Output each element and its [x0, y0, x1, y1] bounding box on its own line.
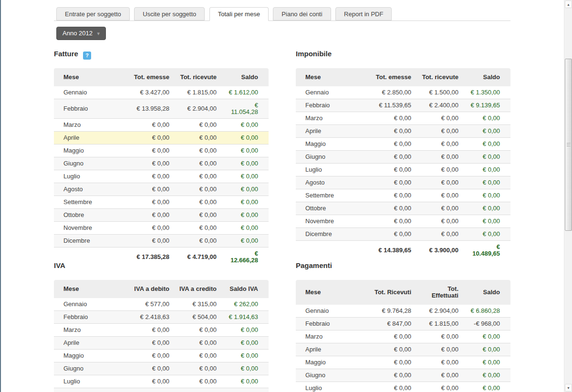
vertical-scrollbar[interactable]: ▲ ▼	[564, 0, 572, 392]
column-header: Saldo	[463, 68, 510, 86]
value-cell: € 0,00	[416, 228, 463, 241]
table-row[interactable]: Aprile€ 0,00€ 0,00€ 0,00	[54, 132, 269, 144]
table-row[interactable]: Settembre€ 0,00€ 0,00€ 0,00	[296, 189, 510, 202]
month-cell: Maggio	[296, 356, 369, 369]
column-header: Tot. Effettuati	[416, 280, 463, 305]
table-row[interactable]: Maggio€ 0,00€ 0,00€ 0,00	[54, 350, 269, 362]
tab-uscite-per-soggetto[interactable]: Uscite per soggetto	[134, 7, 205, 21]
value-cell: € 0,00	[127, 119, 174, 132]
table-row[interactable]: Maggio€ 0,00€ 0,00€ 0,00	[296, 138, 510, 151]
section-title-pagamenti: Pagamenti	[296, 261, 510, 270]
month-cell: Giugno	[296, 369, 369, 382]
saldo-cell: € 0,00	[221, 183, 269, 196]
saldo-cell: € 0,00	[221, 222, 269, 235]
table-row[interactable]: Gennaio€ 3.427,00€ 1.815,00€ 1.612,00	[54, 86, 269, 99]
column-header: Mese	[54, 280, 127, 298]
table-row[interactable]: Agosto€ 0,00€ 0,00€ 0,00	[296, 176, 510, 189]
table-row[interactable]: Gennaio€ 2.850,00€ 1.500,00€ 1.350,00	[296, 86, 510, 99]
table-row[interactable]: Dicembre€ 0,00€ 0,00€ 0,00	[54, 235, 269, 248]
value-cell: € 0,00	[369, 369, 416, 382]
month-cell: Gennaio	[296, 305, 369, 318]
month-cell: Luglio	[296, 382, 369, 392]
month-cell: Luglio	[54, 170, 127, 183]
year-selector-label: Anno 2012	[62, 30, 93, 37]
help-icon[interactable]: ?	[83, 52, 91, 60]
month-cell: Gennaio	[54, 298, 127, 311]
month-cell: Gennaio	[296, 86, 369, 99]
table-row[interactable]: Marzo€ 0,00€ 0,00€ 0,00	[296, 330, 510, 343]
table-row[interactable]: Aprile€ 0,00€ 0,00€ 0,00	[54, 337, 269, 350]
table-row[interactable]: Giugno€ 0,00€ 0,00€ 0,00	[296, 151, 510, 164]
value-cell: € 0,00	[416, 189, 463, 202]
table-row[interactable]: Ottobre€ 0,00€ 0,00€ 0,00	[296, 202, 510, 215]
table-row[interactable]: Gennaio€ 577,00€ 315,00€ 262,00	[54, 298, 269, 311]
tab-report-in-pdf[interactable]: Report in PDF	[335, 7, 392, 21]
table-row[interactable]: Dicembre€ 0,00€ 0,00€ 0,00	[296, 228, 510, 241]
month-cell: Novembre	[54, 222, 127, 235]
column-header: Tot. ricevute	[174, 68, 221, 86]
table-row[interactable]: Novembre€ 0,00€ 0,00€ 0,00	[54, 222, 269, 235]
table-row[interactable]: Novembre€ 0,00€ 0,00€ 0,00	[296, 215, 510, 228]
saldo-cell: € 0,00	[463, 125, 510, 138]
table-row[interactable]: Gennaio€ 9.764,28€ 2.904,00€ 6.860,28	[296, 305, 510, 318]
value-cell: € 0,00	[416, 125, 463, 138]
scrollbar-thumb[interactable]	[565, 59, 572, 231]
section-title-iva: IVA	[54, 261, 269, 270]
fatture-table: MeseTot. emesseTot. ricevuteSaldoGennaio…	[54, 68, 269, 267]
table-row[interactable]: Agosto€ 0,00€ 0,00€ 0,00	[54, 388, 269, 392]
value-cell: € 0,00	[369, 228, 416, 241]
table-row[interactable]: Maggio€ 0,00€ 0,00€ 0,00	[54, 144, 269, 157]
table-row[interactable]: Giugno€ 0,00€ 0,00€ 0,00	[54, 157, 269, 170]
table-row[interactable]: Febbraio€ 11.539,65€ 2.400,00€ 9.139,65	[296, 99, 510, 112]
value-cell: € 0,00	[369, 356, 416, 369]
table-row[interactable]: Ottobre€ 0,00€ 0,00€ 0,00	[54, 209, 269, 222]
year-selector-button[interactable]: Anno 2012 ▾	[56, 27, 106, 40]
value-cell: € 2.418,63	[127, 311, 174, 324]
value-cell: € 0,00	[127, 337, 174, 350]
table-row[interactable]: Giugno€ 0,00€ 0,00€ 0,00	[54, 362, 269, 375]
table-row[interactable]: Agosto€ 0,00€ 0,00€ 0,00	[54, 183, 269, 196]
value-cell: € 0,00	[369, 382, 416, 392]
value-cell: € 0,00	[416, 151, 463, 164]
table-row[interactable]: Luglio€ 0,00€ 0,00€ 0,00	[54, 375, 269, 388]
table-row[interactable]: Settembre€ 0,00€ 0,00€ 0,00	[54, 196, 269, 209]
value-cell: € 0,00	[174, 144, 221, 157]
tab-totali-per-mese[interactable]: Totali per mese	[209, 7, 269, 21]
value-cell: € 0,00	[369, 125, 416, 138]
table-row[interactable]: Febbraio€ 2.418,63€ 504,00€ 1.914,63	[54, 311, 269, 324]
column-header: IVA a credito	[174, 280, 221, 298]
scroll-down-icon[interactable]: ▼	[565, 384, 572, 392]
table-row[interactable]: Luglio€ 0,00€ 0,00€ 0,00	[54, 170, 269, 183]
tab-entrate-per-soggetto[interactable]: Entrate per soggetto	[56, 7, 130, 21]
table-row[interactable]: Febbraio€ 13.958,28€ 2.904,00€ 11.054,28	[54, 99, 269, 119]
pagamenti-table: MeseTot. RicevutiTot. EffettuatiSaldoGen…	[296, 280, 510, 392]
value-cell: € 0,00	[174, 157, 221, 170]
section-title-text: Imponibile	[296, 50, 332, 58]
table-row[interactable]: Marzo€ 0,00€ 0,00€ 0,00	[54, 324, 269, 337]
value-cell: € 0,00	[369, 138, 416, 151]
table-row[interactable]: Aprile€ 0,00€ 0,00€ 0,00	[296, 125, 510, 138]
column-header: Mese	[296, 280, 369, 305]
month-cell: Giugno	[54, 362, 127, 375]
value-cell: € 0,00	[369, 176, 416, 189]
saldo-cell: € 1.612,00	[221, 86, 269, 99]
scrollbar-grip-icon	[567, 143, 571, 147]
month-cell: Settembre	[296, 189, 369, 202]
table-row[interactable]: Marzo€ 0,00€ 0,00€ 0,00	[296, 112, 510, 125]
imponibile-table: MeseTot. emesseTot. ricevuteSaldoGennaio…	[296, 68, 510, 260]
table-row[interactable]: Aprile€ 0,00€ 0,00€ 0,00	[296, 343, 510, 356]
table-row[interactable]: Maggio€ 0,00€ 0,00€ 0,00	[296, 356, 510, 369]
section-title-fatture: Fatture ?	[54, 50, 269, 58]
saldo-cell: € 0,00	[221, 362, 269, 375]
table-row[interactable]: Giugno€ 0,00€ 0,00€ 0,00	[296, 369, 510, 382]
tab-piano-dei-conti[interactable]: Piano dei conti	[273, 7, 331, 21]
month-cell: Maggio	[296, 138, 369, 151]
table-row[interactable]: Febbraio€ 847,00€ 1.815,00-€ 968,00	[296, 318, 510, 330]
month-cell: Marzo	[54, 119, 127, 132]
scroll-up-icon[interactable]: ▲	[565, 0, 572, 8]
table-row[interactable]: Luglio€ 0,00€ 0,00€ 0,00	[296, 382, 510, 392]
saldo-cell: € 0,00	[221, 375, 269, 388]
table-row[interactable]: Marzo€ 0,00€ 0,00€ 0,00	[54, 119, 269, 132]
value-cell: € 9.764,28	[369, 305, 416, 318]
table-row[interactable]: Luglio€ 0,00€ 0,00€ 0,00	[296, 164, 510, 176]
